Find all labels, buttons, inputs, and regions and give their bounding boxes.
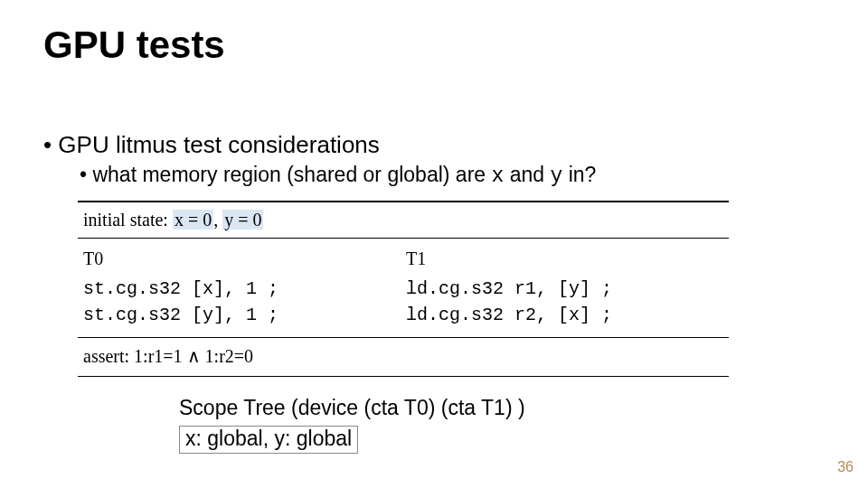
init-y: y = 0 — [222, 210, 263, 230]
bullet2-prefix: what memory region (shared or global) ar… — [92, 163, 491, 186]
var-x: x — [492, 164, 505, 188]
rule-bottom — [78, 376, 729, 377]
initial-label: initial state: — [83, 210, 173, 230]
memory-region-box: x: global, y: global — [179, 426, 358, 454]
bullet1-text: GPU litmus test considerations — [58, 131, 379, 158]
col-t0: T0 st.cg.s32 [x], 1 ; st.cg.s32 [y], 1 ; — [83, 246, 406, 328]
bullet2-post: in? — [569, 163, 597, 186]
bullet-level2: • what memory region (shared or global) … — [80, 163, 596, 188]
t1-line2: ld.cg.s32 r2, [x] ; — [406, 302, 729, 328]
scope-tree: Scope Tree (device (cta T0) (cta T1) ) — [179, 396, 525, 420]
t1-header: T1 — [406, 246, 729, 272]
comma: , — [213, 210, 222, 230]
t0-line2: st.cg.s32 [y], 1 ; — [83, 302, 406, 328]
var-y: y — [550, 164, 562, 188]
bullet-level1: • GPU litmus test considerations — [43, 131, 380, 159]
init-x: x = 0 — [173, 210, 213, 230]
litmus-figure: initial state: x = 0, y = 0 T0 st.cg.s32… — [78, 201, 729, 377]
page-number: 36 — [837, 459, 854, 475]
col-t1: T1 ld.cg.s32 r1, [y] ; ld.cg.s32 r2, [x]… — [406, 246, 729, 328]
slide-title: GPU tests — [43, 23, 225, 67]
bullet2-mid: and — [510, 163, 551, 186]
assert-row: assert: 1:r1=1 ∧ 1:r2=0 — [78, 338, 729, 376]
initial-state-row: initial state: x = 0, y = 0 — [78, 202, 729, 238]
t0-header: T0 — [83, 246, 406, 272]
t0-line1: st.cg.s32 [x], 1 ; — [83, 276, 406, 302]
thread-table: T0 st.cg.s32 [x], 1 ; st.cg.s32 [y], 1 ;… — [78, 239, 729, 337]
t1-line1: ld.cg.s32 r1, [y] ; — [406, 276, 729, 302]
